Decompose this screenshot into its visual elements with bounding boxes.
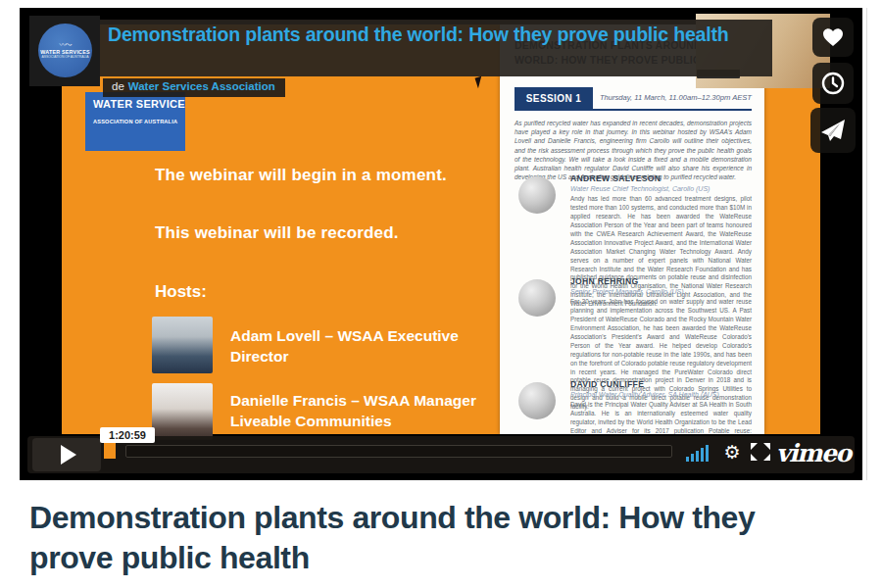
speaker-photo (518, 279, 556, 317)
host-photo-adam (152, 317, 213, 373)
speaker-bio: David is the Principal Water Quality Adv… (570, 401, 752, 434)
uploader-avatar[interactable]: 〰〜 WATER SERVICES ASSOCIATION OF AUSTRAL… (29, 16, 100, 86)
page-title: Demonstration plants around the world: H… (29, 498, 813, 577)
progress-track[interactable] (125, 445, 672, 458)
page: WATER SERVICES ASSOCIATION OF AUSTRALIA … (0, 0, 882, 588)
volume-control[interactable] (686, 442, 715, 462)
speaker-photo (518, 176, 556, 214)
avatar-logo-line2: ASSOCIATION OF AUSTRALIA (38, 55, 92, 59)
speaker-role: Water Reuse Chief Technologist, Carollo … (570, 185, 752, 192)
host-photo-danielle (152, 383, 213, 440)
slide-message-recorded: This webinar will be recorded. (155, 223, 399, 243)
watch-later-button[interactable] (812, 63, 854, 104)
speaker-name: ANDREW SALVESON (570, 173, 752, 183)
video-title-overlay: Demonstration plants around the world: H… (98, 20, 772, 76)
host-name-adam: Adam Lovell – WSAA Executive Director (230, 326, 493, 368)
paper-plane-icon (820, 119, 846, 142)
video-byline[interactable]: deWater Services Association (103, 78, 285, 97)
session-label: SESSION 1 (514, 87, 593, 111)
clock-icon (821, 72, 845, 95)
vimeo-logo[interactable]: vimeo (776, 439, 851, 467)
speaker-role: Senior Project Manager, Carollo (US) (570, 288, 752, 295)
host-name-danielle: Danielle Francis – WSAA Manager Liveable… (230, 391, 493, 432)
fullscreen-icon (751, 443, 770, 461)
gear-icon: ⚙ (723, 441, 740, 463)
wsaa-logo-line1: WATER SERVICES (93, 98, 185, 110)
wsaa-logo-box: WATER SERVICES ASSOCIATION OF AUSTRALIA (85, 92, 185, 151)
byline-channel-link[interactable]: Water Services Association (128, 80, 275, 92)
water-services-logo: 〰〜 WATER SERVICES ASSOCIATION OF AUSTRAL… (38, 24, 92, 77)
speaker-role: Principal Water Quality Adviser, SA Heal… (570, 391, 752, 398)
volume-bar (706, 445, 709, 462)
hosts-label: Hosts: (155, 282, 207, 302)
share-button[interactable] (810, 108, 856, 153)
slide-message-begin: The webinar will begin in a moment. (155, 166, 447, 185)
fullscreen-button[interactable] (751, 443, 770, 461)
like-button[interactable] (812, 18, 854, 57)
play-icon (61, 445, 76, 465)
content-column-edge (866, 8, 867, 480)
volume-bar (696, 451, 699, 462)
video-title: Demonstration plants around the world: H… (108, 23, 759, 48)
logo-swoosh: 〰〜 (38, 39, 92, 49)
session-intro: As purified recycled water has expanded … (514, 119, 752, 182)
wsaa-logo-line2: ASSOCIATION OF AUSTRALIA (93, 119, 185, 124)
session-time: Thursday, 11 March, 11.00am–12.30pm AEST (600, 93, 752, 102)
volume-bar (686, 457, 689, 462)
byline-prefix: de (112, 80, 124, 92)
playhead-handle[interactable] (104, 443, 116, 459)
time-tooltip: 1:20:59 (100, 427, 155, 443)
play-button[interactable] (32, 438, 101, 471)
settings-button[interactable]: ⚙ (721, 440, 743, 464)
volume-bar (691, 454, 694, 462)
speaker-name: DAVID CUNLIFFE (570, 379, 752, 389)
vimeo-player[interactable]: WATER SERVICES ASSOCIATION OF AUSTRALIA … (20, 8, 862, 480)
heart-icon (822, 27, 844, 47)
speaker-photo (518, 382, 556, 419)
speaker-david-cunliffe: DAVID CUNLIFFE Principal Water Quality A… (514, 379, 752, 434)
speaker-name: JOHN REHRING (570, 276, 752, 286)
session-header: SESSION 1 Thursday, 11 March, 11.00am–12… (514, 87, 752, 111)
volume-bar (701, 448, 704, 462)
